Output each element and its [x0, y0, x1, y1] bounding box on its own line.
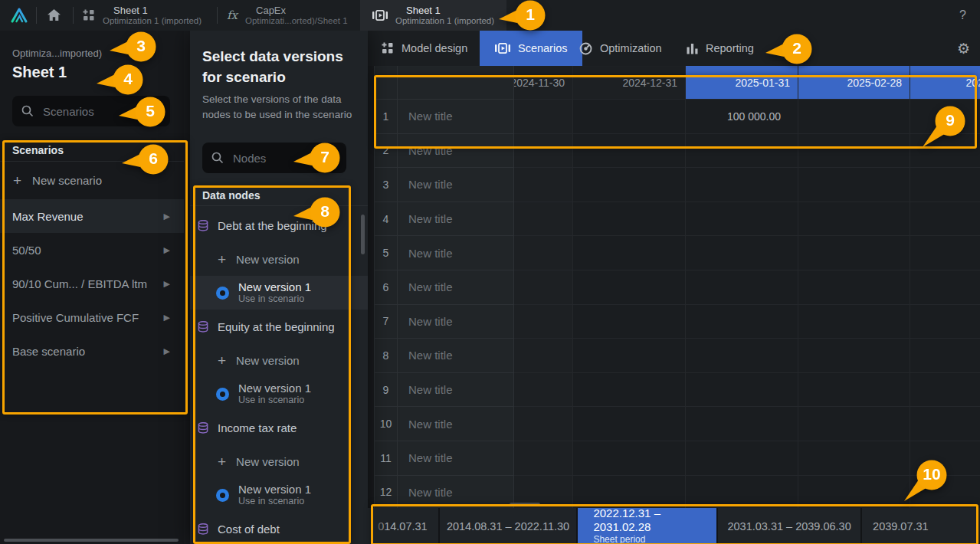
grid-cell-r5-c1[interactable]: [514, 236, 573, 270]
scenario-item-50-50[interactable]: 50/50 ▶: [0, 233, 184, 267]
grid-cell-r11-c1[interactable]: [514, 441, 573, 476]
period-segment-1[interactable]: 014.07.31: [368, 508, 438, 544]
grid-cell-r10-c3[interactable]: [686, 407, 798, 441]
grid-cell-r3-c2[interactable]: [573, 168, 686, 202]
row-title-cell[interactable]: New title: [398, 305, 514, 339]
radio-selected-icon[interactable]: [216, 287, 229, 300]
grid-cell-r8-c2[interactable]: [573, 339, 686, 373]
grid-cell-r10-c1[interactable]: [514, 407, 573, 441]
grid-cell-r1-c4[interactable]: [798, 100, 910, 134]
grid-cell-r9-c5[interactable]: [910, 373, 980, 408]
tab-reporting[interactable]: Reporting: [687, 31, 754, 66]
help-button[interactable]: ?: [959, 8, 966, 22]
grid-cell-r7-c3[interactable]: [686, 305, 798, 339]
grid-cell-r10-c5[interactable]: [910, 407, 980, 441]
grid-cell-r7-c5[interactable]: [910, 305, 980, 339]
grid-horizontal-scrollbar[interactable]: [510, 503, 540, 506]
grid-cell-r11-c5[interactable]: [910, 441, 980, 476]
home-icon[interactable]: [48, 9, 61, 21]
grid-cell-r3-c3[interactable]: [686, 168, 798, 202]
data-node-income-tax-rate[interactable]: Income tax rate: [190, 411, 368, 444]
grid-cell-r4-c1[interactable]: [514, 202, 573, 237]
nodes-search-input[interactable]: [231, 151, 337, 165]
grid-cell-r10-c4[interactable]: [798, 407, 910, 441]
row-number-cell[interactable]: 4: [374, 202, 398, 237]
grid-cell-r2-c1[interactable]: [514, 134, 573, 169]
grid-cell-r10-c2[interactable]: [573, 407, 686, 441]
grid-cell-r6-c5[interactable]: [910, 270, 980, 305]
grid-cell-r1-c3[interactable]: 100 000.00: [686, 100, 798, 134]
sidebar-horizontal-scrollbar[interactable]: [4, 539, 179, 542]
radio-selected-icon[interactable]: [216, 489, 229, 502]
grid-cell-r2-c5[interactable]: [910, 134, 980, 169]
new-version-button[interactable]: + New version: [190, 444, 368, 478]
version-item-income-tax-rate[interactable]: New version 1 Use in scenario: [190, 478, 368, 512]
grid-cell-r3-c1[interactable]: [514, 168, 573, 202]
grid-cell-r3-c4[interactable]: [798, 168, 910, 202]
grid-cell-r4-c4[interactable]: [798, 202, 910, 237]
row-title-cell[interactable]: New title: [398, 202, 514, 237]
row-title-cell[interactable]: New title: [398, 339, 514, 373]
topbar-tab-capex[interactable]: fx CapEx Optimizati...orted)/Sheet 1: [227, 0, 348, 31]
grid-cell-r4-c5[interactable]: [910, 202, 980, 237]
scenario-search-input[interactable]: [41, 104, 161, 119]
row-number-cell[interactable]: 8: [374, 339, 398, 373]
column-header-2024-11-30[interactable]: 2024-11-30: [514, 66, 573, 100]
row-title-cell[interactable]: New title: [398, 270, 514, 305]
scenario-item-positive-cumulative-fcf[interactable]: Positive Cumulative FCF ▶: [0, 300, 184, 334]
topbar-tab-sheet1-active[interactable]: Sheet 1 Optimization 1 (imported): [360, 0, 506, 31]
data-node-cost-of-debt[interactable]: Cost of debt: [190, 512, 368, 544]
grid-cell-r12-c5[interactable]: [910, 476, 980, 510]
settings-gear-icon[interactable]: ⚙: [957, 40, 970, 57]
grid-cell-r5-c4[interactable]: [798, 236, 910, 270]
row-number-cell[interactable]: 9: [374, 373, 398, 408]
chevron-right-icon[interactable]: ▶: [164, 211, 170, 221]
grid-cell-r8-c3[interactable]: [686, 339, 798, 373]
grid-cell-r9-c2[interactable]: [573, 373, 686, 408]
version-item-equity-at-the-beginning[interactable]: New version 1 Use in scenario: [190, 377, 368, 411]
grid-cell-r8-c1[interactable]: [514, 339, 573, 373]
column-header-2025-02-28[interactable]: 2025-02-28: [798, 66, 910, 100]
grid-cell-r5-c5[interactable]: [910, 236, 980, 270]
column-header-2024-12-31[interactable]: 2024-12-31: [573, 66, 686, 100]
version-item-debt-at-the-beginning[interactable]: New version 1 Use in scenario: [190, 276, 368, 310]
row-number-cell[interactable]: 12: [374, 476, 398, 510]
row-number-cell[interactable]: 5: [374, 236, 398, 270]
row-number-cell[interactable]: 7: [374, 305, 398, 339]
grid-cell-r8-c4[interactable]: [798, 339, 910, 373]
grid-cell-r4-c2[interactable]: [573, 202, 686, 237]
grid-cell-r2-c2[interactable]: [573, 134, 686, 169]
scenario-search[interactable]: [12, 96, 170, 126]
nodes-search[interactable]: [202, 143, 346, 173]
scenario-item-base-scenario[interactable]: Base scenario ▶: [0, 334, 184, 368]
tab-model-design[interactable]: Model design: [382, 31, 467, 66]
chevron-right-icon[interactable]: ▶: [164, 346, 170, 356]
grid-cell-r6-c2[interactable]: [573, 270, 686, 305]
data-node-debt-at-the-beginning[interactable]: Debt at the beginning: [190, 208, 368, 242]
row-title-cell[interactable]: New title: [398, 236, 514, 270]
row-title-cell[interactable]: New title: [398, 134, 514, 169]
grid-cell-r5-c2[interactable]: [573, 236, 686, 270]
row-title-cell[interactable]: New title: [398, 476, 514, 510]
grid-cell-r7-c1[interactable]: [514, 305, 573, 339]
grid-cell-r8-c5[interactable]: [910, 339, 980, 373]
grid-cell-r1-c1[interactable]: [514, 100, 573, 134]
radio-selected-icon[interactable]: [216, 388, 229, 401]
grid-cell-r6-c4[interactable]: [798, 270, 910, 305]
row-title-cell[interactable]: New title: [398, 373, 514, 408]
grid-cell-r3-c5[interactable]: [910, 168, 980, 202]
tab-optimization[interactable]: Optimization: [579, 31, 662, 66]
chevron-right-icon[interactable]: ▶: [164, 245, 170, 255]
chevron-right-icon[interactable]: ▶: [164, 313, 170, 323]
period-segment-5[interactable]: 2039.07.31: [860, 508, 980, 544]
grid-cell-r11-c2[interactable]: [573, 441, 686, 476]
grid-cell-r9-c1[interactable]: [514, 373, 573, 408]
chevron-right-icon[interactable]: ▶: [164, 279, 170, 289]
row-title-cell[interactable]: New title: [398, 441, 514, 476]
new-version-button[interactable]: + New version: [190, 343, 368, 377]
app-logo-icon[interactable]: [10, 7, 28, 24]
grid-cell-r1-c2[interactable]: [573, 100, 686, 134]
data-node-equity-at-the-beginning[interactable]: Equity at the beginning: [190, 310, 368, 343]
period-segment-3[interactable]: 2022.12.31 – 2031.02.28Sheet period: [576, 508, 716, 544]
panel-vertical-scrollbar[interactable]: [361, 215, 365, 254]
